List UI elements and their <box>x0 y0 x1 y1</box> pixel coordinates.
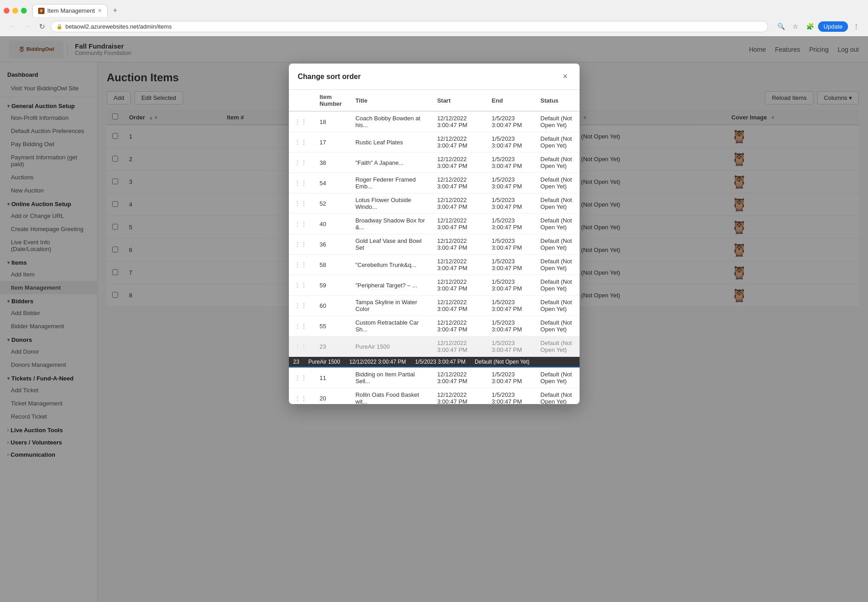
tooltip-status: Default (Not Open Yet) <box>475 359 530 365</box>
sort-item-status: Default (Not Open Yet) <box>535 173 580 193</box>
sort-item-end: 1/5/2023 3:00:47 PM <box>486 132 535 153</box>
sort-item-start: 12/12/2022 3:00:47 PM <box>432 173 486 193</box>
sort-item-title: Gold Leaf Vase and Bowl Set <box>350 234 432 255</box>
menu-button[interactable]: ⋮ <box>850 20 863 33</box>
drag-handle[interactable]: ⋮⋮ <box>289 367 314 388</box>
sort-item-title: Lotus Flower Outside Windo... <box>350 193 432 214</box>
drag-handle[interactable]: ⋮⋮ <box>289 173 314 193</box>
sort-table-row[interactable]: ⋮⋮ 20 Rollin Oats Food Basket wit... 12/… <box>289 388 580 405</box>
sort-item-status: Default (Not Open Yet) <box>535 193 580 214</box>
sort-table-row[interactable]: ⋮⋮ 54 Roger Federer Framed Emb... 12/12/… <box>289 173 580 193</box>
drag-handle[interactable]: ⋮⋮ <box>289 296 314 316</box>
sort-table-row[interactable]: ⋮⋮ 59 "Peripheral Target? – ... 12/12/20… <box>289 275 580 296</box>
tooltip-num: 23 <box>293 359 299 365</box>
sort-item-start: 12/12/2022 3:00:47 PM <box>432 234 486 255</box>
sort-item-status: Default (Not Open Yet) <box>535 153 580 173</box>
sort-table-header-row: Item Number Title Start End Status <box>289 90 580 111</box>
modal-overlay[interactable]: Change sort order × Item Number Title St… <box>0 36 868 602</box>
sort-item-start: 12/12/2022 3:00:47 PM <box>432 132 486 153</box>
sort-item-start: 12/12/2022 3:00:47 PM <box>432 275 486 296</box>
drag-handle-icon[interactable]: ⋮⋮ <box>294 179 307 187</box>
drag-handle-icon[interactable]: ⋮⋮ <box>294 395 307 402</box>
sort-table-row[interactable]: ⋮⋮ 38 "Faith" A Japane... 12/12/2022 3:0… <box>289 153 580 173</box>
sort-item-end: 1/5/2023 3:00:47 PM <box>486 173 535 193</box>
tab-close-button[interactable]: ✕ <box>98 8 102 14</box>
refresh-button[interactable]: ↻ <box>36 21 48 32</box>
drag-handle-icon[interactable]: ⋮⋮ <box>294 302 307 309</box>
drag-handle-icon[interactable]: ⋮⋮ <box>294 322 307 330</box>
drag-handle[interactable]: ⋮⋮ <box>289 111 314 132</box>
tab-favicon: 🦉 <box>38 8 45 14</box>
sort-item-start: 12/12/2022 3:00:47 PM <box>432 388 486 405</box>
sort-table-row[interactable]: ⋮⋮ 55 Custom Retractable Car Sh... 12/12… <box>289 316 580 336</box>
drag-handle-icon[interactable]: ⋮⋮ <box>294 118 307 125</box>
drag-handle-icon[interactable]: ⋮⋮ <box>294 374 307 381</box>
sort-table-row[interactable]: ⋮⋮ 11 Bidding on Item Partial Sell... 12… <box>289 367 580 388</box>
modal-body: Item Number Title Start End Status ⋮⋮ 18… <box>289 90 580 404</box>
traffic-lights <box>4 8 27 14</box>
sort-table-row[interactable]: ⋮⋮ 60 Tampa Skyline in Water Color 12/12… <box>289 296 580 316</box>
drag-handle-icon[interactable]: ⋮⋮ <box>294 138 307 146</box>
browser-actions: 🔍 ☆ 🧩 Update ⋮ <box>774 20 863 33</box>
drag-handle-icon[interactable]: ⋮⋮ <box>294 159 307 166</box>
sort-item-title: Rustic Leaf Plates <box>350 132 432 153</box>
update-button[interactable]: Update <box>818 21 848 32</box>
drag-handle-icon[interactable]: ⋮⋮ <box>294 241 307 248</box>
sort-order-modal: Change sort order × Item Number Title St… <box>289 64 580 404</box>
start-col-header: Start <box>432 90 486 111</box>
sort-item-title: Coach Bobby Bowden at his... <box>350 111 432 132</box>
sort-table-row[interactable]: ⋮⋮ 58 "Cerebellum Trunk&q... 12/12/2022 … <box>289 255 580 275</box>
sort-table-row[interactable]: ⋮⋮ 18 Coach Bobby Bowden at his... 12/12… <box>289 111 580 132</box>
sort-table-row[interactable]: ⋮⋮ 52 Lotus Flower Outside Windo... 12/1… <box>289 193 580 214</box>
item-number-col-header: Item Number <box>314 90 350 111</box>
address-bar: ← → ↻ 🔒 betaowl2.azurewebsites.net/admin… <box>0 17 868 36</box>
drag-handle[interactable]: ⋮⋮ <box>289 132 314 153</box>
sort-table: Item Number Title Start End Status ⋮⋮ 18… <box>289 90 580 404</box>
new-tab-button[interactable]: + <box>109 4 121 17</box>
sort-table-row[interactable]: ⋮⋮ 23 PureAir 1500 12/12/2022 3:00:47 PM… <box>289 336 580 357</box>
sort-item-end: 1/5/2023 3:00:47 PM <box>486 193 535 214</box>
tooltip-end: 1/5/2023 3:00:47 PM <box>415 359 466 365</box>
sort-item-number: 11 <box>314 367 350 388</box>
sort-item-number: 52 <box>314 193 350 214</box>
drag-handle[interactable]: ⋮⋮ <box>289 255 314 275</box>
sort-item-status: Default (Not Open Yet) <box>535 367 580 388</box>
sort-table-row[interactable]: ⋮⋮ 40 Broadway Shadow Box for &... 12/12… <box>289 214 580 234</box>
sort-item-end: 1/5/2023 3:00:47 PM <box>486 316 535 336</box>
sort-item-title: Bidding on Item Partial Sell... <box>350 367 432 388</box>
drag-handle[interactable]: ⋮⋮ <box>289 388 314 405</box>
maximize-window-button[interactable] <box>21 8 27 14</box>
lock-icon: 🔒 <box>56 24 63 30</box>
drag-handle[interactable]: ⋮⋮ <box>289 214 314 234</box>
sort-item-number: 17 <box>314 132 350 153</box>
drag-handle[interactable]: ⋮⋮ <box>289 193 314 214</box>
active-tab[interactable]: 🦉 Item Management ✕ <box>32 4 108 17</box>
sort-item-status: Default (Not Open Yet) <box>535 214 580 234</box>
drag-handle-icon[interactable]: ⋮⋮ <box>294 281 307 289</box>
sort-item-title: Roger Federer Framed Emb... <box>350 173 432 193</box>
sort-item-status: Default (Not Open Yet) <box>535 255 580 275</box>
drag-handle[interactable]: ⋮⋮ <box>289 275 314 296</box>
extensions-button[interactable]: 🧩 <box>804 20 816 33</box>
back-button[interactable]: ← <box>5 21 18 31</box>
url-bar[interactable]: 🔒 betaowl2.azurewebsites.net/admin/items <box>50 21 768 32</box>
modal-header: Change sort order × <box>289 64 580 90</box>
sort-table-row[interactable]: ⋮⋮ 17 Rustic Leaf Plates 12/12/2022 3:00… <box>289 132 580 153</box>
search-button[interactable]: 🔍 <box>774 20 787 33</box>
drag-handle-icon[interactable]: ⋮⋮ <box>294 200 307 207</box>
drag-handle[interactable]: ⋮⋮ <box>289 336 314 357</box>
sort-table-row[interactable]: ⋮⋮ 36 Gold Leaf Vase and Bowl Set 12/12/… <box>289 234 580 255</box>
drag-handle-icon[interactable]: ⋮⋮ <box>294 343 307 350</box>
drag-handle[interactable]: ⋮⋮ <box>289 316 314 336</box>
drag-handle-icon[interactable]: ⋮⋮ <box>294 261 307 268</box>
modal-close-button[interactable]: × <box>560 71 570 82</box>
tooltip-title: PureAir 1500 <box>308 359 340 365</box>
close-window-button[interactable] <box>4 8 10 14</box>
drag-handle-icon[interactable]: ⋮⋮ <box>294 220 307 227</box>
forward-button[interactable]: → <box>21 21 34 31</box>
minimize-window-button[interactable] <box>12 8 18 14</box>
drag-handle[interactable]: ⋮⋮ <box>289 234 314 255</box>
bookmark-button[interactable]: ☆ <box>789 20 802 33</box>
drag-handle[interactable]: ⋮⋮ <box>289 153 314 173</box>
sort-item-title: Rollin Oats Food Basket wit... <box>350 388 432 405</box>
